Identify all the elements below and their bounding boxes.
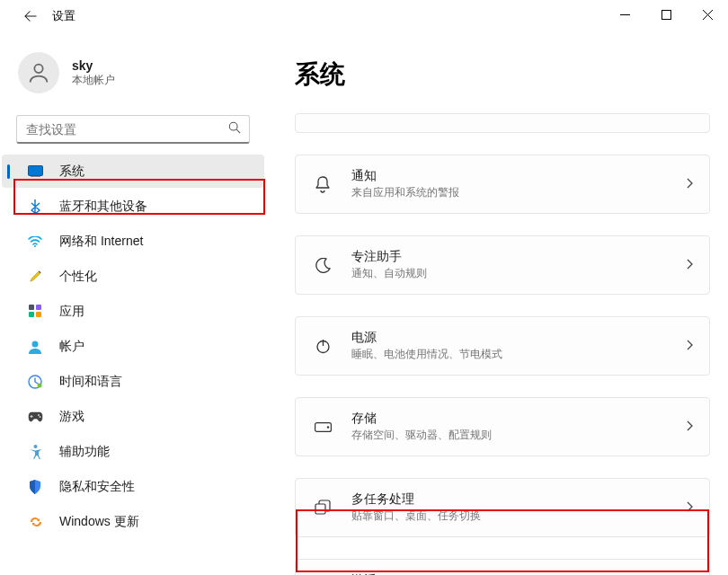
game-icon xyxy=(27,409,43,425)
nav-label: 帐户 xyxy=(59,339,84,355)
window-buttons xyxy=(604,0,728,29)
svg-point-14 xyxy=(38,383,42,387)
close-button[interactable] xyxy=(687,0,728,29)
svg-rect-9 xyxy=(36,305,41,310)
account-type: 本地帐户 xyxy=(72,73,115,88)
nav-system[interactable]: 系统 xyxy=(2,155,264,188)
minimize-icon xyxy=(620,10,630,20)
nav-label: 系统 xyxy=(59,164,84,180)
arrow-left-icon xyxy=(24,10,37,22)
card-focus-assist[interactable]: 专注助手 通知、自动规则 xyxy=(295,235,710,295)
nav-label: 蓝牙和其他设备 xyxy=(59,199,147,215)
card-title: 通知 xyxy=(351,168,679,184)
user-info: sky 本地帐户 xyxy=(72,58,115,88)
svg-point-17 xyxy=(33,445,37,448)
bluetooth-icon xyxy=(27,199,43,215)
bell-icon xyxy=(312,173,333,195)
nav-list: 系统 蓝牙和其他设备 网络和 Internet 个性化 应用 帐户 xyxy=(2,155,264,538)
nav-privacy[interactable]: 隐私和安全性 xyxy=(2,470,264,503)
username: sky xyxy=(72,58,115,73)
svg-point-3 xyxy=(229,122,237,130)
apps-icon xyxy=(27,304,43,320)
maximize-button[interactable] xyxy=(645,0,687,29)
svg-rect-8 xyxy=(29,305,34,310)
nav-update[interactable]: Windows 更新 xyxy=(2,505,264,538)
svg-point-2 xyxy=(34,65,42,73)
nav-apps[interactable]: 应用 xyxy=(2,295,264,328)
card-desc: 睡眠、电池使用情况、节电模式 xyxy=(351,347,679,362)
card-power[interactable]: 电源 睡眠、电池使用情况、节电模式 xyxy=(295,316,710,376)
svg-rect-6 xyxy=(31,176,40,177)
nav-bluetooth[interactable]: 蓝牙和其他设备 xyxy=(2,190,264,223)
nav-label: 网络和 Internet xyxy=(59,234,143,250)
minimize-button[interactable] xyxy=(604,0,645,29)
card-notifications[interactable]: 通知 来自应用和系统的警报 xyxy=(295,155,710,214)
svg-point-21 xyxy=(326,426,328,428)
close-icon xyxy=(703,10,713,20)
nav-label: 隐私和安全性 xyxy=(59,479,135,495)
svg-rect-11 xyxy=(36,312,41,317)
chevron-right-icon xyxy=(686,257,693,273)
svg-line-4 xyxy=(236,129,240,133)
accessibility-icon xyxy=(27,444,43,460)
window-title: 设置 xyxy=(52,8,75,24)
shield-icon xyxy=(27,479,43,495)
svg-point-15 xyxy=(38,414,40,416)
nav-personalize[interactable]: 个性化 xyxy=(2,260,264,293)
svg-point-16 xyxy=(39,416,40,418)
card-title: 多任务处理 xyxy=(351,491,679,508)
person-icon xyxy=(26,60,51,85)
card-desc: 通知、自动规则 xyxy=(351,266,679,281)
drive-icon xyxy=(312,416,333,438)
account-icon xyxy=(27,339,43,355)
card-title: 专注助手 xyxy=(351,249,679,265)
brush-icon xyxy=(27,269,43,285)
nav-accessibility[interactable]: 辅助功能 xyxy=(2,435,264,468)
svg-point-7 xyxy=(34,245,36,247)
card-desc: 来自应用和系统的警报 xyxy=(351,185,679,200)
svg-rect-22 xyxy=(315,504,325,514)
moon-icon xyxy=(312,254,333,276)
update-icon xyxy=(27,514,43,530)
nav-label: 应用 xyxy=(59,304,84,320)
chevron-right-icon xyxy=(686,419,693,435)
maximize-icon xyxy=(661,10,671,20)
nav-label: Windows 更新 xyxy=(59,514,139,530)
card-desc: 存储空间、驱动器、配置规则 xyxy=(351,428,679,443)
svg-point-12 xyxy=(32,341,39,347)
chevron-right-icon xyxy=(686,176,693,192)
card-title: 电源 xyxy=(351,330,679,346)
svg-rect-1 xyxy=(661,10,670,19)
card-multitasking[interactable]: 多任务处理 贴靠窗口、桌面、任务切换 xyxy=(295,478,710,537)
nav-label: 游戏 xyxy=(59,409,84,425)
chevron-right-icon xyxy=(686,500,693,516)
search-input[interactable] xyxy=(16,115,250,144)
card-placeholder[interactable] xyxy=(295,113,710,133)
sidebar: sky 本地帐户 系统 蓝牙和其他设备 网络和 Internet xyxy=(0,32,266,575)
nav-time[interactable]: 时间和语言 xyxy=(2,365,264,398)
svg-rect-10 xyxy=(29,312,34,317)
power-icon xyxy=(312,335,333,357)
page-title: 系统 xyxy=(295,58,710,92)
card-desc: 贴靠窗口、桌面、任务切换 xyxy=(351,509,679,524)
nav-accounts[interactable]: 帐户 xyxy=(2,330,264,363)
avatar xyxy=(18,52,59,93)
card-activation[interactable]: 激活 激活状态、订阅、产品密钥 xyxy=(295,559,710,575)
clock-icon xyxy=(27,374,43,390)
search-icon xyxy=(228,121,241,137)
back-button[interactable] xyxy=(16,2,45,31)
main-panel: 系统 通知 来自应用和系统的警报 专注助手 通知、自动规则 xyxy=(266,32,728,575)
nav-network[interactable]: 网络和 Internet xyxy=(2,225,264,258)
svg-rect-5 xyxy=(28,166,42,176)
nav-label: 个性化 xyxy=(59,269,97,285)
card-title: 存储 xyxy=(351,411,679,427)
system-icon xyxy=(27,164,43,180)
search-box[interactable] xyxy=(16,115,250,144)
nav-label: 时间和语言 xyxy=(59,374,122,390)
chevron-right-icon xyxy=(686,338,693,354)
card-storage[interactable]: 存储 存储空间、驱动器、配置规则 xyxy=(295,397,710,456)
nav-gaming[interactable]: 游戏 xyxy=(2,400,264,433)
user-block[interactable]: sky 本地帐户 xyxy=(16,40,250,111)
wifi-icon xyxy=(27,234,43,250)
multitask-icon xyxy=(312,497,333,518)
